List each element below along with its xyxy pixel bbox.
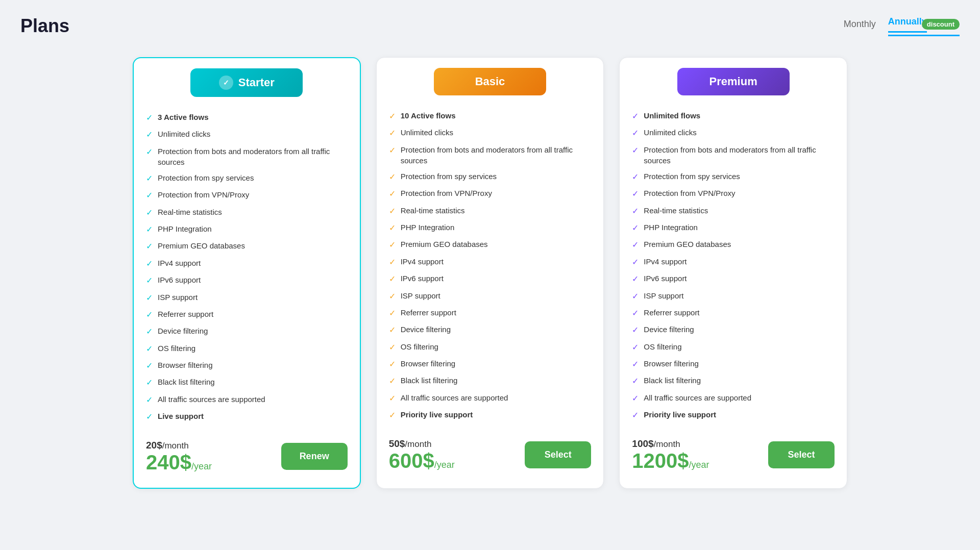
pricing-info: 100$/month 1200$/year: [632, 438, 709, 472]
check-icon: ✓: [632, 308, 639, 319]
feature-text: Referrer support: [401, 307, 456, 318]
check-icon: ✓: [146, 326, 153, 337]
price-monthly: 20$/month: [146, 440, 212, 451]
plan-header: ✓ Starter: [146, 68, 348, 97]
plan-footer: 20$/month 240$/year Renew: [146, 440, 348, 473]
page-title: Plans: [20, 15, 69, 37]
check-icon: ✓: [389, 324, 396, 336]
price-monthly-amount: 50$: [389, 438, 405, 449]
feature-item: ✓ Protection from spy services: [146, 170, 348, 187]
feature-text: Device filtering: [158, 326, 208, 336]
plan-card-basic: Basic ✓ 10 Active flows ✓ Unlimited clic…: [376, 57, 604, 489]
feature-item: ✓ Black list filtering: [389, 372, 592, 389]
plan-header: Premium: [632, 68, 835, 95]
plan-action-button-starter[interactable]: Renew: [281, 443, 348, 470]
check-icon: ✓: [632, 273, 639, 285]
feature-text: Unlimited clicks: [644, 127, 696, 138]
feature-text: PHP Integration: [644, 222, 698, 233]
plan-card-starter: ✓ Starter ✓ 3 Active flows ✓ Unlimited c…: [133, 57, 361, 489]
monthly-option[interactable]: Monthly: [844, 19, 876, 34]
check-icon: ✓: [632, 145, 639, 156]
feature-item: ✓ IPv6 support: [389, 270, 592, 287]
feature-item: ✓ ISP support: [389, 288, 592, 305]
feature-text: PHP Integration: [401, 222, 455, 233]
price-yearly-amount: 1200$: [632, 449, 689, 472]
feature-item: ✓ Referrer support: [389, 305, 592, 321]
plan-action-button-basic[interactable]: Select: [525, 441, 591, 468]
active-billing-underline: [888, 35, 960, 36]
feature-item: ✓ Device filtering: [146, 323, 348, 340]
features-list: ✓ 3 Active flows ✓ Unlimited clicks ✓ Pr…: [146, 109, 348, 426]
check-icon: ✓: [146, 173, 153, 184]
check-icon: ✓: [146, 394, 153, 406]
feature-text: Protection from bots and moderators from…: [158, 146, 348, 167]
feature-item: ✓ Protection from spy services: [632, 168, 835, 185]
feature-item: ✓ Browser filtering: [146, 357, 348, 374]
plan-check-circle: ✓: [219, 76, 233, 90]
feature-item: ✓ Black list filtering: [146, 374, 348, 391]
feature-text: Unlimited clicks: [401, 127, 453, 138]
plan-action-button-premium[interactable]: Select: [768, 441, 835, 468]
feature-text: ISP support: [644, 290, 683, 301]
check-icon: ✓: [632, 206, 639, 217]
feature-text: Unlimited clicks: [158, 129, 210, 139]
feature-text: Referrer support: [158, 309, 213, 319]
plan-badge-basic: Basic: [434, 68, 546, 95]
feature-text: Protection from spy services: [158, 172, 254, 183]
feature-text: Browser filtering: [158, 360, 213, 370]
price-monthly-suffix: /month: [162, 441, 189, 451]
feature-item: ✓ Unlimited clicks: [389, 124, 592, 141]
check-icon: ✓: [146, 292, 153, 304]
feature-item: ✓ OS filtering: [632, 339, 835, 356]
check-icon: ✓: [389, 111, 396, 122]
check-icon: ✓: [146, 411, 153, 422]
feature-item: ✓ Premium GEO databases: [389, 236, 592, 253]
check-icon: ✓: [632, 111, 639, 122]
feature-item: ✓ Real-time statistics: [146, 204, 348, 221]
plan-footer: 50$/month 600$/year Select: [389, 438, 592, 472]
feature-item: ✓ Browser filtering: [632, 356, 835, 372]
feature-text: 3 Active flows: [158, 112, 208, 122]
feature-text: IPv4 support: [158, 258, 201, 268]
feature-item: ✓ IPv6 support: [146, 272, 348, 289]
feature-item: ✓ 10 Active flows: [389, 108, 592, 124]
features-list: ✓ Unlimited flows ✓ Unlimited clicks ✓ P…: [632, 108, 835, 424]
plan-header: Basic: [389, 68, 592, 95]
feature-item: ✓ Referrer support: [632, 305, 835, 321]
check-icon: ✓: [632, 188, 639, 199]
feature-item: ✓ Priority live support: [632, 407, 835, 423]
feature-item: ✓ Unlimited flows: [632, 108, 835, 124]
feature-text: Black list filtering: [401, 375, 458, 386]
check-icon: ✓: [146, 112, 153, 123]
feature-item: ✓ PHP Integration: [389, 219, 592, 236]
price-monthly-amount: 20$: [146, 440, 162, 451]
feature-text: Protection from spy services: [401, 171, 497, 182]
feature-text: All traffic sources are supported: [401, 392, 508, 403]
feature-item: ✓ Priority live support: [389, 407, 592, 423]
check-icon: ✓: [389, 376, 396, 387]
check-icon: ✓: [146, 241, 153, 252]
page-header: Plans Monthly Annually discount: [20, 15, 960, 37]
feature-item: ✓ IPv4 support: [389, 254, 592, 270]
feature-text: Browser filtering: [644, 358, 699, 369]
pricing-info: 20$/month 240$/year: [146, 440, 212, 473]
check-icon: ✓: [146, 275, 153, 286]
check-icon: ✓: [632, 239, 639, 251]
feature-text: Real-time statistics: [401, 205, 465, 216]
check-icon: ✓: [389, 222, 396, 234]
check-icon: ✓: [389, 188, 396, 199]
feature-text: Premium GEO databases: [644, 239, 731, 249]
check-icon: ✓: [389, 145, 396, 156]
check-icon: ✓: [146, 129, 153, 140]
check-icon: ✓: [146, 190, 153, 201]
check-icon: ✓: [389, 257, 396, 268]
feature-text: Premium GEO databases: [401, 239, 488, 249]
feature-text: Browser filtering: [401, 358, 456, 369]
feature-item: ✓ Referrer support: [146, 306, 348, 323]
check-icon: ✓: [632, 359, 639, 370]
plans-container: ✓ Starter ✓ 3 Active flows ✓ Unlimited c…: [133, 57, 847, 489]
annually-option[interactable]: Annually: [888, 16, 927, 33]
feature-text: Protection from VPN/Proxy: [401, 188, 492, 198]
discount-badge: discount: [922, 19, 960, 30]
check-icon: ✓: [632, 376, 639, 387]
